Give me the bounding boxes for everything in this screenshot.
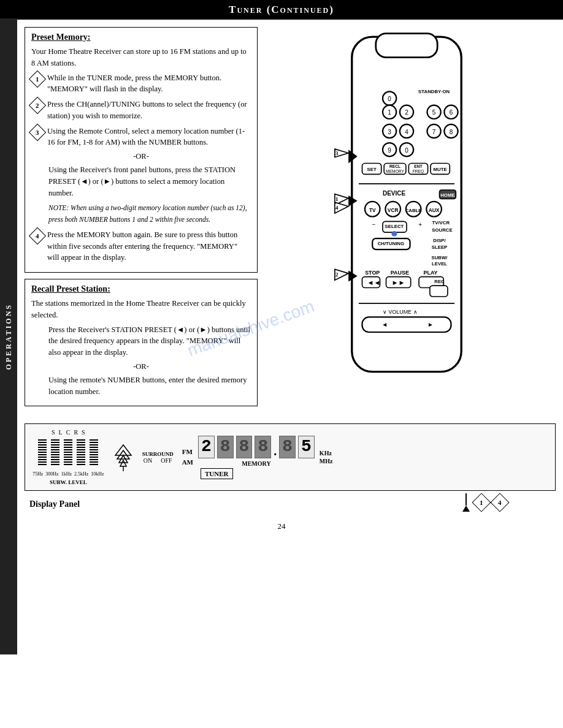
digit-4: 8 — [255, 436, 271, 458]
svg-text:6: 6 — [450, 109, 453, 116]
svg-rect-132 — [90, 444, 98, 446]
preset-memory-box: Preset Memory: Your Home Theatre Receive… — [25, 27, 258, 273]
svg-text:1: 1 — [335, 196, 338, 202]
svg-rect-109 — [64, 442, 72, 443]
svg-text:CH/TUNING: CH/TUNING — [378, 241, 404, 246]
two-column-layout: Preset Memory: Your Home Theatre Receive… — [25, 27, 556, 412]
svg-marker-144 — [120, 460, 126, 466]
svg-text:MUTE: MUTE — [434, 167, 447, 172]
page-number: 24 — [0, 521, 563, 531]
svg-rect-95 — [38, 461, 47, 463]
svg-rect-129 — [77, 464, 85, 465]
svg-rect-110 — [64, 444, 72, 446]
display-panel-label: Display Panel — [29, 499, 80, 509]
svg-rect-111 — [64, 447, 72, 448]
svg-text:MEMORY: MEMORY — [386, 169, 405, 173]
svg-text:◄: ◄ — [381, 321, 388, 328]
svg-rect-125 — [77, 454, 85, 455]
svg-text:4: 4 — [335, 205, 339, 211]
eq-bar-group-2 — [50, 438, 61, 469]
svg-rect-115 — [64, 457, 72, 458]
svg-rect-120 — [77, 442, 85, 443]
freq-25khz: 2.5kHz — [74, 471, 88, 477]
svg-rect-105 — [51, 459, 59, 460]
svg-rect-106 — [51, 461, 59, 463]
svg-rect-124 — [77, 452, 85, 453]
step-3-alt: Using the Receiver's front panel buttons… — [31, 164, 251, 199]
step-1-text: While in the TUNER mode, press the MEMOR… — [47, 72, 251, 96]
eq-bar-group-1 — [37, 438, 48, 469]
digit-row: 2 8 8 8 . 8 5 — [198, 436, 315, 458]
eq-label-c: C — [66, 429, 71, 436]
svg-rect-90 — [38, 449, 47, 450]
right-column: 0 STANDBY·ON 1 2 5 6 — [264, 27, 556, 412]
svg-text:SUBW/: SUBW/ — [432, 255, 448, 260]
svg-rect-138 — [90, 459, 98, 460]
svg-text:HOME: HOME — [440, 192, 454, 198]
step-1: 1 While in the TUNER mode, press the MEM… — [31, 72, 251, 96]
step-3: 3 Using the Remote Control, select a mem… — [31, 126, 251, 149]
svg-rect-131 — [90, 442, 98, 443]
svg-rect-122 — [77, 447, 85, 448]
svg-text:2: 2 — [335, 271, 339, 278]
surround-label: SURROUND — [142, 451, 174, 457]
dp-step-4-diamond: 4 — [490, 493, 509, 512]
svg-rect-103 — [51, 454, 59, 455]
svg-text:9: 9 — [388, 147, 391, 154]
display-panel-box: S L C R S — [25, 423, 556, 491]
display-panel-section: S L C R S — [17, 423, 563, 512]
svg-text:0: 0 — [405, 147, 408, 154]
recall-step-1: Press the Receiver's STATION PRESET (◄) … — [31, 324, 251, 358]
eq-section: S L C R S — [33, 429, 104, 485]
svg-rect-100 — [51, 447, 59, 448]
svg-text:VCR: VCR — [388, 207, 399, 213]
svg-text:►►: ►► — [392, 279, 405, 286]
recall-preset-box: Recall Preset Station: The stations memo… — [25, 279, 258, 406]
svg-text:8: 8 — [450, 129, 453, 135]
step-3-text: Using the Remote Control, select a memor… — [47, 126, 251, 149]
svg-rect-119 — [77, 439, 85, 441]
page-header: Tuner (Continued) — [0, 0, 563, 20]
or-divider-2: -OR- — [31, 362, 251, 371]
svg-rect-116 — [64, 459, 72, 460]
tuner-box: TUNER — [201, 468, 233, 479]
svg-text:DEVICE: DEVICE — [383, 190, 406, 197]
svg-text:◄◄: ◄◄ — [367, 279, 380, 286]
svg-text:4: 4 — [405, 129, 408, 135]
svg-text:RECL: RECL — [389, 164, 400, 169]
khz-mhz-label: KHz MHz — [320, 449, 333, 465]
left-column: Preset Memory: Your Home Theatre Receive… — [25, 27, 258, 412]
svg-text:0: 0 — [388, 96, 391, 102]
svg-rect-93 — [38, 457, 47, 458]
operations-sidebar: Operations — [0, 18, 17, 654]
tuner-box-row: TUNER — [198, 468, 233, 479]
fm-am-label: FM AM — [182, 447, 193, 468]
preset-memory-title: Preset Memory: — [31, 32, 251, 42]
svg-rect-112 — [64, 449, 72, 450]
step-note: NOTE: When using a two-digit memory loca… — [31, 202, 251, 226]
dp-step-1-diamond: 1 — [472, 493, 491, 512]
eq-channel-labels: S L C R S — [52, 429, 85, 436]
remote-control: 0 STANDBY·ON 1 2 5 6 — [333, 30, 486, 388]
svg-text:3: 3 — [335, 150, 339, 156]
step-2: 2 Press the CH(annel)/TUNING buttons to … — [31, 99, 251, 122]
svg-text:PAUSE: PAUSE — [391, 270, 409, 276]
surround-on: ON — [144, 457, 152, 464]
svg-rect-98 — [51, 442, 59, 443]
svg-text:LEVEL: LEVEL — [432, 261, 447, 267]
step-1-num: 1 — [29, 70, 46, 87]
digit-1: 2 — [198, 436, 215, 458]
sidebar-label: Operations — [4, 303, 13, 370]
surround-onoff: ON OFF — [144, 457, 172, 464]
svg-text:7: 7 — [432, 129, 436, 135]
surround-section: SURROUND ON OFF — [142, 451, 174, 464]
digit-3: 8 — [236, 436, 253, 458]
mhz-label: MHz — [320, 457, 333, 465]
svg-rect-135 — [90, 452, 98, 453]
dp-arrow-up — [462, 493, 470, 512]
svg-rect-123 — [77, 449, 85, 450]
svg-rect-1 — [376, 34, 437, 58]
decimal-point: . — [274, 444, 277, 458]
svg-text:AUX: AUX — [429, 207, 440, 213]
svg-rect-108 — [64, 439, 72, 441]
